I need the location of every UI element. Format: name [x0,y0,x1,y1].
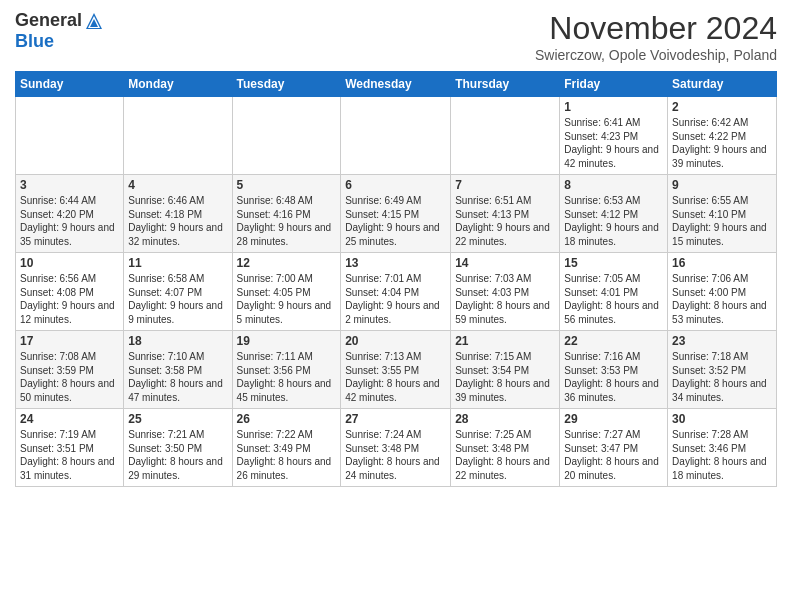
day-info: Sunrise: 6:56 AM Sunset: 4:08 PM Dayligh… [20,272,119,326]
day-info: Sunrise: 7:22 AM Sunset: 3:49 PM Dayligh… [237,428,337,482]
table-row: 3Sunrise: 6:44 AM Sunset: 4:20 PM Daylig… [16,175,124,253]
day-info: Sunrise: 7:15 AM Sunset: 3:54 PM Dayligh… [455,350,555,404]
table-row: 20Sunrise: 7:13 AM Sunset: 3:55 PM Dayli… [341,331,451,409]
page: General Blue November 2024 Swierczow, Op… [0,0,792,612]
table-row: 14Sunrise: 7:03 AM Sunset: 4:03 PM Dayli… [451,253,560,331]
table-row: 24Sunrise: 7:19 AM Sunset: 3:51 PM Dayli… [16,409,124,487]
day-info: Sunrise: 7:28 AM Sunset: 3:46 PM Dayligh… [672,428,772,482]
day-number: 15 [564,256,663,270]
day-info: Sunrise: 7:08 AM Sunset: 3:59 PM Dayligh… [20,350,119,404]
table-row: 30Sunrise: 7:28 AM Sunset: 3:46 PM Dayli… [668,409,777,487]
day-info: Sunrise: 7:18 AM Sunset: 3:52 PM Dayligh… [672,350,772,404]
table-row: 29Sunrise: 7:27 AM Sunset: 3:47 PM Dayli… [560,409,668,487]
day-number: 22 [564,334,663,348]
title-block: November 2024 Swierczow, Opole Voivodesh… [535,10,777,63]
table-row [341,97,451,175]
table-row: 25Sunrise: 7:21 AM Sunset: 3:50 PM Dayli… [124,409,232,487]
col-thursday: Thursday [451,72,560,97]
day-info: Sunrise: 6:53 AM Sunset: 4:12 PM Dayligh… [564,194,663,248]
table-row: 16Sunrise: 7:06 AM Sunset: 4:00 PM Dayli… [668,253,777,331]
day-number: 10 [20,256,119,270]
week-row-3: 17Sunrise: 7:08 AM Sunset: 3:59 PM Dayli… [16,331,777,409]
day-info: Sunrise: 7:03 AM Sunset: 4:03 PM Dayligh… [455,272,555,326]
col-wednesday: Wednesday [341,72,451,97]
table-row: 26Sunrise: 7:22 AM Sunset: 3:49 PM Dayli… [232,409,341,487]
day-number: 5 [237,178,337,192]
day-number: 24 [20,412,119,426]
col-sunday: Sunday [16,72,124,97]
logo-icon [84,11,104,31]
table-row: 10Sunrise: 6:56 AM Sunset: 4:08 PM Dayli… [16,253,124,331]
col-saturday: Saturday [668,72,777,97]
header: General Blue November 2024 Swierczow, Op… [15,10,777,63]
day-number: 1 [564,100,663,114]
logo: General Blue [15,10,104,52]
day-number: 16 [672,256,772,270]
week-row-0: 1Sunrise: 6:41 AM Sunset: 4:23 PM Daylig… [16,97,777,175]
table-row [232,97,341,175]
day-number: 6 [345,178,446,192]
day-number: 18 [128,334,227,348]
table-row: 18Sunrise: 7:10 AM Sunset: 3:58 PM Dayli… [124,331,232,409]
day-info: Sunrise: 6:42 AM Sunset: 4:22 PM Dayligh… [672,116,772,170]
day-number: 4 [128,178,227,192]
day-info: Sunrise: 6:46 AM Sunset: 4:18 PM Dayligh… [128,194,227,248]
day-info: Sunrise: 7:10 AM Sunset: 3:58 PM Dayligh… [128,350,227,404]
table-row: 15Sunrise: 7:05 AM Sunset: 4:01 PM Dayli… [560,253,668,331]
day-info: Sunrise: 7:13 AM Sunset: 3:55 PM Dayligh… [345,350,446,404]
day-number: 30 [672,412,772,426]
day-info: Sunrise: 6:41 AM Sunset: 4:23 PM Dayligh… [564,116,663,170]
header-row: Sunday Monday Tuesday Wednesday Thursday… [16,72,777,97]
day-info: Sunrise: 6:58 AM Sunset: 4:07 PM Dayligh… [128,272,227,326]
day-info: Sunrise: 7:11 AM Sunset: 3:56 PM Dayligh… [237,350,337,404]
table-row: 21Sunrise: 7:15 AM Sunset: 3:54 PM Dayli… [451,331,560,409]
logo-blue-text: Blue [15,31,54,52]
day-info: Sunrise: 7:19 AM Sunset: 3:51 PM Dayligh… [20,428,119,482]
table-row [124,97,232,175]
day-number: 29 [564,412,663,426]
day-info: Sunrise: 7:21 AM Sunset: 3:50 PM Dayligh… [128,428,227,482]
table-row: 19Sunrise: 7:11 AM Sunset: 3:56 PM Dayli… [232,331,341,409]
day-number: 14 [455,256,555,270]
day-info: Sunrise: 7:25 AM Sunset: 3:48 PM Dayligh… [455,428,555,482]
table-row: 22Sunrise: 7:16 AM Sunset: 3:53 PM Dayli… [560,331,668,409]
table-row: 12Sunrise: 7:00 AM Sunset: 4:05 PM Dayli… [232,253,341,331]
week-row-1: 3Sunrise: 6:44 AM Sunset: 4:20 PM Daylig… [16,175,777,253]
col-friday: Friday [560,72,668,97]
day-number: 17 [20,334,119,348]
day-number: 9 [672,178,772,192]
day-info: Sunrise: 7:27 AM Sunset: 3:47 PM Dayligh… [564,428,663,482]
day-info: Sunrise: 7:00 AM Sunset: 4:05 PM Dayligh… [237,272,337,326]
table-row: 1Sunrise: 6:41 AM Sunset: 4:23 PM Daylig… [560,97,668,175]
day-number: 11 [128,256,227,270]
day-number: 8 [564,178,663,192]
day-number: 25 [128,412,227,426]
location-text: Swierczow, Opole Voivodeship, Poland [535,47,777,63]
day-info: Sunrise: 7:16 AM Sunset: 3:53 PM Dayligh… [564,350,663,404]
calendar: Sunday Monday Tuesday Wednesday Thursday… [15,71,777,487]
table-row: 28Sunrise: 7:25 AM Sunset: 3:48 PM Dayli… [451,409,560,487]
table-row: 13Sunrise: 7:01 AM Sunset: 4:04 PM Dayli… [341,253,451,331]
month-title: November 2024 [535,10,777,47]
table-row: 9Sunrise: 6:55 AM Sunset: 4:10 PM Daylig… [668,175,777,253]
table-row: 8Sunrise: 6:53 AM Sunset: 4:12 PM Daylig… [560,175,668,253]
day-number: 28 [455,412,555,426]
table-row [451,97,560,175]
day-number: 12 [237,256,337,270]
day-number: 19 [237,334,337,348]
table-row: 2Sunrise: 6:42 AM Sunset: 4:22 PM Daylig… [668,97,777,175]
day-number: 3 [20,178,119,192]
day-number: 20 [345,334,446,348]
table-row: 11Sunrise: 6:58 AM Sunset: 4:07 PM Dayli… [124,253,232,331]
table-row: 23Sunrise: 7:18 AM Sunset: 3:52 PM Dayli… [668,331,777,409]
day-number: 13 [345,256,446,270]
day-info: Sunrise: 7:01 AM Sunset: 4:04 PM Dayligh… [345,272,446,326]
day-info: Sunrise: 7:24 AM Sunset: 3:48 PM Dayligh… [345,428,446,482]
day-info: Sunrise: 6:49 AM Sunset: 4:15 PM Dayligh… [345,194,446,248]
table-row: 7Sunrise: 6:51 AM Sunset: 4:13 PM Daylig… [451,175,560,253]
day-number: 23 [672,334,772,348]
day-info: Sunrise: 6:51 AM Sunset: 4:13 PM Dayligh… [455,194,555,248]
table-row: 5Sunrise: 6:48 AM Sunset: 4:16 PM Daylig… [232,175,341,253]
day-info: Sunrise: 7:06 AM Sunset: 4:00 PM Dayligh… [672,272,772,326]
table-row [16,97,124,175]
